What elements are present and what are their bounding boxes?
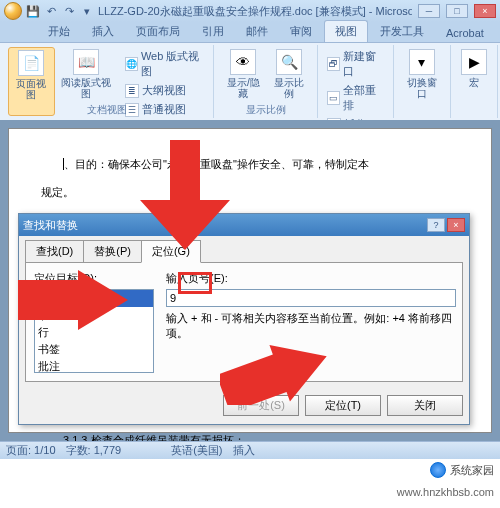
list-item[interactable]: 行 (35, 324, 153, 341)
hint-text: 输入 + 和 - 可将相关内容移至当前位置。例如: +4 将前移四项。 (166, 311, 456, 341)
web-view-button[interactable]: 🌐Web 版式视图 (122, 48, 207, 80)
tab-view[interactable]: 视图 (324, 20, 368, 42)
tab-references[interactable]: 引用 (192, 21, 234, 42)
ribbon-tabs: 开始 插入 页面布局 引用 邮件 审阅 视图 开发工具 Acrobat (0, 22, 500, 42)
group-label: 文档视图 (2, 103, 213, 117)
ribbon: 📄页面视图 📖阅读版式视图 🌐Web 版式视图 ≣大纲视图 ☰普通视图 文档视图… (0, 42, 500, 120)
outline-view-button[interactable]: ≣大纲视图 (122, 82, 207, 99)
goto-target-list[interactable]: 页 节 行 书签 批注 脚注 (34, 289, 154, 373)
switch-icon: ▾ (409, 49, 435, 75)
list-item[interactable]: 节 (35, 307, 153, 324)
goto-button[interactable]: 定位(T) (305, 395, 381, 416)
paragraph: 3.1.3 检查合成纤维吊装带有无损坏； (41, 429, 459, 441)
watermark-logo-icon (430, 462, 446, 478)
paragraph: 、目的：确保本公司"永磁起重吸盘"操作安全、可靠，特制定本 (41, 153, 459, 175)
close-button[interactable]: × (474, 4, 496, 18)
qat-more-icon[interactable]: ▾ (80, 4, 94, 18)
tab-home[interactable]: 开始 (38, 21, 80, 42)
new-window-button[interactable]: 🗗新建窗口 (324, 48, 386, 80)
dialog-titlebar[interactable]: 查找和替换 ? × (19, 214, 469, 236)
tab-find[interactable]: 查找(D) (25, 240, 84, 263)
tab-pagelayout[interactable]: 页面布局 (126, 21, 190, 42)
statusbar: 页面: 1/10 字数: 1,779 英语(美国) 插入 (0, 441, 500, 459)
titlebar: 💾 ↶ ↷ ▾ LLZZ-GD-20永磁起重吸盘安全操作规程.doc [兼容模式… (0, 0, 500, 22)
undo-icon[interactable]: ↶ (44, 4, 58, 18)
list-item[interactable]: 页 (35, 290, 153, 307)
goto-target-label: 定位目标(O): (34, 271, 154, 286)
tab-insert[interactable]: 插入 (82, 21, 124, 42)
group-document-views: 📄页面视图 📖阅读版式视图 🌐Web 版式视图 ≣大纲视图 ☰普通视图 文档视图 (2, 45, 214, 118)
window-title: LLZZ-GD-20永磁起重吸盘安全操作规程.doc [兼容模式] - Micr… (98, 4, 412, 19)
watermark-text: 系统家园 (450, 463, 494, 478)
status-insert[interactable]: 插入 (233, 443, 255, 458)
dialog-buttons: 前一处(S) 定位(T) 关闭 (19, 389, 469, 424)
group-label: 显示比例 (214, 103, 318, 117)
previous-button[interactable]: 前一处(S) (223, 395, 299, 416)
arrange-all-button[interactable]: ▭全部重排 (324, 82, 386, 114)
page-number-input[interactable] (166, 289, 456, 307)
list-item[interactable]: 批注 (35, 358, 153, 373)
find-replace-dialog: 查找和替换 ? × 查找(D) 替换(P) 定位(G) 定位目标(O): 页 节… (18, 213, 470, 425)
list-item[interactable]: 书签 (35, 341, 153, 358)
status-words[interactable]: 字数: 1,779 (66, 443, 122, 458)
dialog-help-button[interactable]: ? (427, 218, 445, 232)
newwindow-icon: 🗗 (327, 57, 340, 71)
group-window2: ▾切换窗口 (394, 45, 452, 118)
dialog-body: 定位目标(O): 页 节 行 书签 批注 脚注 输入页号(E): 输入 + 和 … (25, 262, 463, 382)
macro-icon: ▶ (461, 49, 487, 75)
group-showhide: 👁显示/隐藏 🔍显示比例 显示比例 (214, 45, 319, 118)
tab-review[interactable]: 审阅 (280, 21, 322, 42)
status-lang[interactable]: 英语(美国) (171, 443, 222, 458)
switch-window-button[interactable]: ▾切换窗口 (400, 47, 445, 116)
office-button[interactable] (4, 2, 22, 20)
eye-icon: 👁 (230, 49, 256, 75)
tab-goto[interactable]: 定位(G) (141, 240, 201, 263)
save-icon[interactable]: 💾 (26, 4, 40, 18)
dialog-title: 查找和替换 (23, 218, 78, 233)
arrange-icon: ▭ (327, 91, 340, 105)
close-button[interactable]: 关闭 (387, 395, 463, 416)
tab-developer[interactable]: 开发工具 (370, 21, 434, 42)
group-macros: ▶宏 (451, 45, 498, 118)
tab-mailings[interactable]: 邮件 (236, 21, 278, 42)
dialog-close-button[interactable]: × (447, 218, 465, 232)
macros-button[interactable]: ▶宏 (457, 47, 491, 90)
watermark-url: www.hnzkhbsb.com (397, 486, 494, 498)
maximize-button[interactable]: □ (446, 4, 468, 18)
page-number-label: 输入页号(E): (166, 271, 456, 286)
tab-acrobat[interactable]: Acrobat (436, 24, 494, 42)
status-page[interactable]: 页面: 1/10 (6, 443, 56, 458)
tab-replace[interactable]: 替换(P) (83, 240, 142, 263)
group-window: 🗗新建窗口 ▭全部重排 ⬒拆分 (318, 45, 393, 118)
paragraph: 规定。 (41, 181, 459, 203)
outline-icon: ≣ (125, 84, 139, 98)
watermark: 系统家园 (430, 462, 494, 478)
web-icon: 🌐 (125, 57, 138, 71)
redo-icon[interactable]: ↷ (62, 4, 76, 18)
minimize-button[interactable]: ─ (418, 4, 440, 18)
read-icon: 📖 (73, 49, 99, 75)
magnifier-icon: 🔍 (276, 49, 302, 75)
page-icon: 📄 (18, 50, 44, 76)
dialog-tabs: 查找(D) 替换(P) 定位(G) (19, 236, 469, 263)
